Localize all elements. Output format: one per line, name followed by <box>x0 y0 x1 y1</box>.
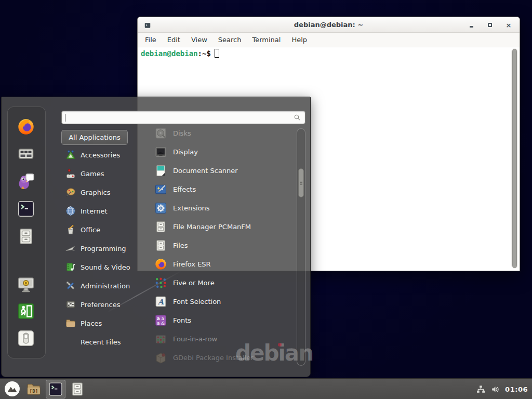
terminal-menu-search[interactable]: Search <box>218 36 242 44</box>
app-item-label: Five or More <box>173 279 215 287</box>
tray-volume-icon[interactable] <box>490 384 500 394</box>
terminal-menu-edit[interactable]: Edit <box>167 36 180 44</box>
app-item-firefox-esr[interactable]: Firefox ESR <box>151 255 298 273</box>
category-internet[interactable]: Internet <box>61 202 140 220</box>
app-item-label: Disks <box>173 129 191 137</box>
app-item-five-or-more[interactable]: Five or More <box>151 273 298 292</box>
tray-network-icon[interactable] <box>476 384 486 394</box>
app-list-scrollbar-thumb[interactable] <box>298 168 304 197</box>
category-preferences[interactable]: Preferences <box>61 295 140 314</box>
five-or-more-icon <box>154 276 167 289</box>
app-item-file-manager-pcmanfm[interactable]: File Manager PCManFM <box>151 217 298 236</box>
firefox-icon <box>17 117 35 136</box>
places-icon <box>65 317 76 329</box>
app-item-label: Files <box>173 242 188 249</box>
category-label: Accessories <box>81 151 120 159</box>
app-item-label: Font Selection <box>173 298 221 305</box>
fonts-icon: aaa& <box>154 314 167 327</box>
app-item-label: Extensions <box>173 204 210 212</box>
favorite-software[interactable] <box>17 144 36 164</box>
category-label: Places <box>81 320 102 327</box>
app-item-document-scanner[interactable]: Document Scanner <box>151 161 298 180</box>
taskbar-desktop-folder-button[interactable]: [D] <box>24 380 44 398</box>
favorite-shutdown[interactable] <box>17 329 36 349</box>
sound-video-icon <box>65 261 76 273</box>
terminal-titlebar[interactable]: debian@debian: ~ × <box>138 17 520 33</box>
category-label: Office <box>81 226 100 234</box>
category-graphics[interactable]: Graphics <box>61 183 140 202</box>
category-label: Programming <box>81 245 126 252</box>
file-cabinet-icon <box>17 227 35 246</box>
pidgin-icon <box>17 172 35 191</box>
category-label: Internet <box>81 207 108 215</box>
app-item-extensions[interactable]: Extensions <box>151 198 298 217</box>
minimize-button[interactable] <box>468 21 475 29</box>
favorite-terminal[interactable] <box>17 200 36 219</box>
app-item-gdebi-package-installer[interactable]: GDebi Package Installer <box>151 348 298 367</box>
category-office[interactable]: Office <box>61 220 140 239</box>
taskbar-terminal-button[interactable] <box>46 380 65 398</box>
all-applications-button[interactable]: All Applications <box>61 130 128 145</box>
terminal-scrollbar[interactable] <box>511 48 518 269</box>
shutdown-icon <box>17 329 35 348</box>
four-in-a-row-icon <box>154 332 167 345</box>
firefox-icon <box>154 258 167 271</box>
administration-icon <box>65 280 76 291</box>
search-box <box>61 111 305 124</box>
terminal-menu-file[interactable]: File <box>145 36 156 44</box>
close-button[interactable]: × <box>505 21 512 29</box>
app-item-display[interactable]: Display <box>151 142 298 161</box>
graphics-icon <box>65 187 76 198</box>
document-scanner-icon <box>154 164 167 177</box>
favorite-firefox[interactable] <box>17 117 36 137</box>
preferences-icon <box>65 299 76 310</box>
file-cabinet-icon <box>70 381 85 397</box>
app-item-effects[interactable]: Effects <box>151 180 298 198</box>
taskbar-menu-button[interactable] <box>2 380 22 398</box>
terminal-icon <box>48 381 63 397</box>
disks-icon <box>154 127 167 140</box>
terminal-scrollbar-thumb[interactable] <box>512 49 517 268</box>
app-list-scrollbar[interactable] <box>297 128 305 366</box>
prompt-path: :~$ <box>198 49 211 58</box>
app-item-four-in-a-row[interactable]: Four-in-a-row <box>151 329 298 348</box>
favorite-lock-screen[interactable] <box>17 275 36 295</box>
category-recent-files[interactable]: Recent Files <box>61 332 140 351</box>
terminal-menu-view[interactable]: View <box>191 36 207 44</box>
display-icon <box>154 145 167 158</box>
window-title: debian@debian: ~ <box>138 21 520 29</box>
category-programming[interactable]: Programming <box>61 239 140 258</box>
category-sound-video[interactable]: Sound & Video <box>61 258 140 276</box>
favorite-pidgin[interactable] <box>17 172 36 192</box>
app-item-disks[interactable]: Disks <box>151 124 298 142</box>
search-input[interactable] <box>69 112 293 123</box>
app-item-fonts[interactable]: aaa&Fonts <box>151 311 298 329</box>
favorite-logout[interactable] <box>17 302 36 322</box>
app-item-label: Effects <box>173 185 196 193</box>
app-item-label: Document Scanner <box>173 167 238 175</box>
taskbar-files-button[interactable] <box>68 380 87 398</box>
accessories-icon <box>65 149 76 161</box>
internet-icon <box>65 205 76 217</box>
app-item-files[interactable]: Files <box>151 236 298 255</box>
clock[interactable]: 01:06 <box>505 385 528 393</box>
programming-icon <box>65 243 76 254</box>
category-label: Recent Files <box>81 338 121 346</box>
category-administration[interactable]: Administration <box>61 276 140 295</box>
gdebi-icon <box>154 351 167 364</box>
svg-text:A: A <box>157 297 164 305</box>
favorite-file-manager[interactable] <box>17 227 36 247</box>
svg-text:&: & <box>161 320 165 325</box>
terminal-menu-terminal[interactable]: Terminal <box>252 36 281 44</box>
category-label: Preferences <box>81 301 120 309</box>
extensions-icon <box>154 202 167 215</box>
maximize-button[interactable] <box>486 21 494 29</box>
category-games[interactable]: Games <box>61 164 140 183</box>
category-accessories[interactable]: Accessories <box>61 145 140 164</box>
category-label: Graphics <box>81 189 110 196</box>
terminal-menu-help[interactable]: Help <box>291 36 307 44</box>
category-places[interactable]: Places <box>61 314 140 332</box>
app-item-font-selection[interactable]: AFont Selection <box>151 292 298 311</box>
effects-icon <box>154 183 167 196</box>
app-item-label: Firefox ESR <box>173 260 211 268</box>
